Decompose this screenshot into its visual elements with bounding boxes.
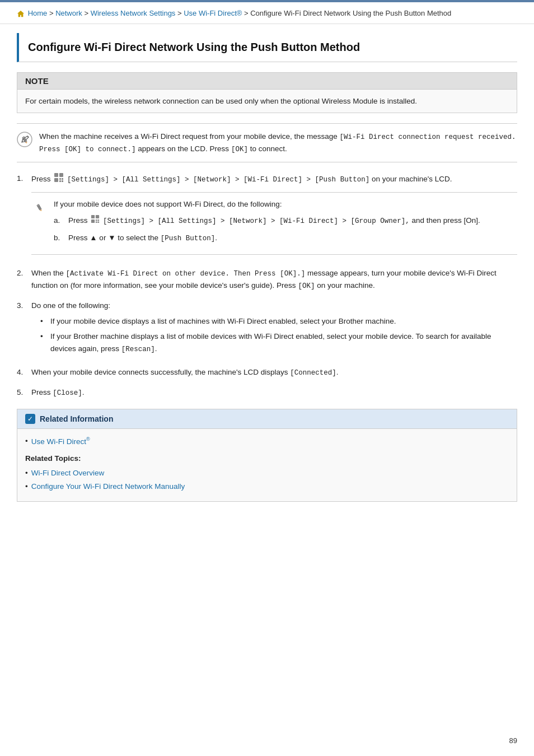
step-2: 2. When the [Activate Wi-Fi Direct on ot… (17, 267, 517, 292)
step-1-num: 1. (17, 172, 27, 259)
step-3-content: Do one of the following: • If your mobil… (31, 300, 517, 358)
breadcrumb-network[interactable]: Network (55, 9, 82, 17)
breadcrumb-current: Configure Wi-Fi Direct Network Using the… (250, 9, 451, 17)
bullet-list: • If your mobile device displays a list … (40, 315, 517, 355)
step-5-num: 5. (17, 386, 27, 399)
alpha-a-content: Press (68, 214, 480, 227)
breadcrumb-wireless[interactable]: Wireless Network Settings (91, 9, 176, 17)
related-section: ✓ Related Information • Use Wi-Fi Direct… (17, 409, 517, 502)
step-4: 4. When your mobile device connects succ… (17, 366, 517, 379)
step-2-code2: [OK] (298, 282, 315, 290)
breadcrumb-wifidirect[interactable]: Use Wi-Fi Direct® (184, 9, 242, 17)
settings-icon-2 (91, 214, 100, 227)
step-1-code: [Settings] > [All Settings] > [Network] … (67, 176, 369, 184)
related-link-1[interactable]: Use Wi-Fi Direct® (31, 435, 90, 449)
note-box: NOTE For certain models, the wireless ne… (17, 72, 517, 114)
step-1-content: Press [Settings] > [All Settings] > [Net… (31, 172, 517, 259)
related-topic-2-item: • Configure Your Wi-Fi Direct Network Ma… (25, 480, 509, 493)
steps-list: 1. Press [Settings] > [All Settings] (17, 172, 517, 399)
svg-rect-10 (59, 180, 61, 182)
home-icon (17, 9, 28, 17)
info-code-2: [OK] (231, 146, 248, 153)
related-topic-1-item: • Wi-Fi Direct Overview (25, 466, 509, 480)
step-4-content: When your mobile device connects success… (31, 366, 517, 379)
pencil-icon-2 (31, 199, 47, 215)
related-body: • Use Wi-Fi Direct® Related Topics: • Wi… (17, 429, 517, 502)
svg-rect-22 (98, 222, 100, 223)
sub-info-block-text: If your mobile device does not support W… (54, 198, 480, 249)
page-content: Configure Wi-Fi Direct Network Using the… (0, 33, 534, 525)
svg-rect-21 (96, 222, 97, 223)
alpha-item-a: a. Press (54, 214, 480, 227)
info-block-top-text: When the machine receives a Wi-Fi Direct… (39, 130, 517, 155)
step-5-content: Press [Close]. (31, 386, 517, 399)
svg-rect-20 (98, 220, 100, 221)
step-2-content: When the [Activate Wi-Fi Direct on other… (31, 267, 517, 292)
related-topic-2[interactable]: Configure Your Wi-Fi Direct Network Manu… (31, 480, 185, 493)
bullet-topic-1: • (25, 466, 28, 480)
step-2-num: 2. (17, 267, 27, 292)
step-1-suffix: on your machine's LCD. (372, 175, 452, 183)
svg-rect-11 (62, 180, 63, 182)
svg-rect-6 (59, 173, 63, 177)
related-link-wifidirect: • Use Wi-Fi Direct® (25, 435, 509, 449)
note-box-body: For certain models, the wireless network… (17, 90, 517, 113)
step-5: 5. Press [Close]. (17, 386, 517, 399)
step-3: 3. Do one of the following: • If your mo… (17, 300, 517, 358)
svg-rect-17 (96, 215, 99, 218)
related-topic-1[interactable]: Wi-Fi Direct Overview (31, 466, 105, 480)
related-header: ✓ Related Information (17, 409, 517, 429)
alpha-list: a. Press (54, 214, 480, 244)
svg-rect-9 (62, 178, 63, 180)
step-5-code: [Close] (53, 389, 82, 397)
step-2-code: [Activate Wi-Fi Direct on other device. … (66, 270, 306, 278)
page-title-section: Configure Wi-Fi Direct Network Using the… (17, 33, 517, 62)
alpha-b-content: Press ▲ or ▼ to select the [Push Button]… (68, 232, 217, 244)
svg-rect-19 (96, 220, 97, 221)
bullet-1-text: If your mobile device displays a list of… (50, 315, 396, 328)
bullet-2-text: If your Brother machine displays a list … (50, 330, 517, 355)
bullet-2: • If your Brother machine displays a lis… (40, 330, 517, 355)
step-1: 1. Press [Settings] > [All Settings] (17, 172, 517, 259)
alpha-b-label: b. (54, 232, 64, 244)
pencil-icon (17, 132, 32, 147)
page-number: 89 (509, 736, 517, 745)
note-box-header: NOTE (17, 73, 517, 90)
alpha-item-b: b. Press ▲ or ▼ to select the [Push Butt… (54, 232, 480, 244)
alpha-b-code: [Push Button] (161, 235, 216, 242)
sub-info-intro: If your mobile device does not support W… (54, 198, 480, 211)
svg-rect-16 (91, 215, 95, 218)
info-block-top: When the machine receives a Wi-Fi Direct… (17, 123, 517, 162)
breadcrumb-home[interactable]: Home (28, 9, 48, 17)
svg-rect-7 (54, 178, 58, 182)
alpha-a-label: a. (54, 214, 64, 227)
rescan-code: [Rescan] (121, 346, 155, 353)
sub-info-block: If your mobile device does not support W… (31, 192, 517, 255)
bullet-1: • If your mobile device displays a list … (40, 315, 517, 328)
bullet-related: • (25, 435, 28, 448)
alpha-a-code: [Settings] > [All Settings] > [Network] … (103, 217, 410, 225)
svg-rect-18 (91, 220, 95, 223)
step-4-num: 4. (17, 366, 27, 379)
svg-rect-5 (54, 173, 58, 177)
bullet-dot-2: • (40, 330, 47, 355)
step-4-code: [Connected] (290, 369, 336, 377)
step-1-prefix: Press (31, 175, 51, 183)
svg-rect-8 (59, 178, 61, 180)
bullet-dot-1: • (40, 315, 47, 328)
bullet-topic-2: • (25, 480, 28, 493)
related-topics-label: Related Topics: (25, 452, 509, 465)
check-icon: ✓ (25, 414, 35, 424)
settings-icon-1 (54, 172, 64, 186)
step-3-num: 3. (17, 300, 27, 358)
breadcrumb: Home > Network > Wireless Network Settin… (0, 2, 534, 24)
related-header-text: Related Information (40, 414, 113, 423)
page-title: Configure Wi-Fi Direct Network Using the… (28, 41, 508, 54)
